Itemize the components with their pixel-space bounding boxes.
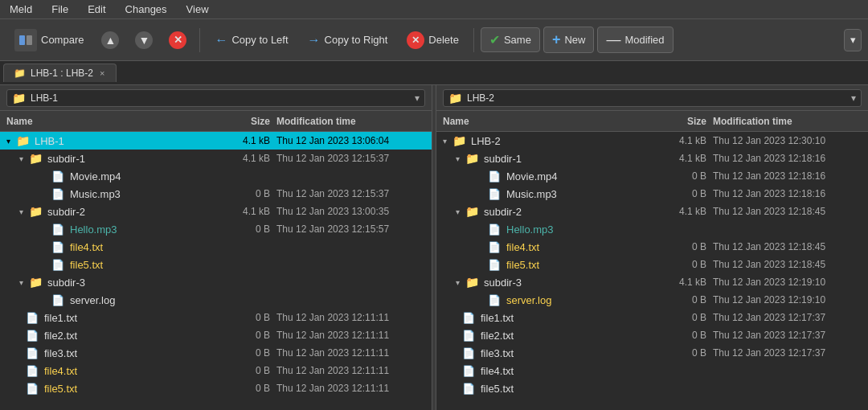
compare-button[interactable]: Compare <box>6 24 92 56</box>
copy-right-button[interactable]: → Copy to Right <box>300 28 396 52</box>
table-row[interactable]: 📄 Music.mp3 0 B Thu 12 Jan 2023 12:15:37 <box>0 185 432 203</box>
copy-left-button[interactable]: ← Copy to Left <box>207 28 296 52</box>
file-icon: 📄 <box>462 347 475 359</box>
row-icon: 📄 <box>26 365 42 377</box>
menu-view[interactable]: View <box>183 2 212 17</box>
table-row[interactable]: 📄 file5.txt 0 B Thu 12 Jan 2023 12:11:11 <box>0 379 432 397</box>
menu-file[interactable]: File <box>48 2 72 17</box>
row-mtime: Thu 12 Jan 2023 12:11:11 <box>276 365 425 376</box>
table-row[interactable]: 📄 file4.txt 0 B Thu 12 Jan 2023 12:11:11 <box>0 362 432 379</box>
table-row[interactable]: ▾ 📁 subdir-3 <box>0 273 432 291</box>
modified-dash-icon: — <box>606 31 620 48</box>
right-path-text: LHB-2 <box>467 92 494 104</box>
table-row[interactable]: 📄 file5.txt <box>436 379 868 397</box>
tab-lhb1-lhb2[interactable]: 📁 LHB-1 : LHB-2 × <box>3 64 117 82</box>
tab-close-button[interactable]: × <box>98 68 106 78</box>
table-row[interactable]: 📄 file5.txt <box>0 256 432 273</box>
table-row[interactable]: ▾ 📁 subdir-2 4.1 kB Thu 12 Jan 2023 12:1… <box>436 203 868 220</box>
row-name: Hello.mp3 <box>506 223 673 236</box>
table-row[interactable]: 📄 file5.txt 0 B Thu 12 Jan 2023 12:18:45 <box>436 256 868 273</box>
row-mtime: Thu 12 Jan 2023 12:15:57 <box>276 223 425 235</box>
table-row[interactable]: ▾ 📁 LHB-1 4.1 kB Thu 12 Jan 2023 13:06:0… <box>0 132 432 150</box>
file-icon: 📄 <box>26 365 39 377</box>
row-mtime: Thu 12 Jan 2023 12:18:16 <box>713 153 862 164</box>
file-icon: 📄 <box>488 294 501 306</box>
scroll-down-button[interactable]: ▼ <box>129 27 159 54</box>
right-path-input[interactable]: 📁 LHB-2 ▾ <box>443 89 862 107</box>
table-row[interactable]: 📄 file3.txt 0 B Thu 12 Jan 2023 12:17:37 <box>436 344 868 362</box>
table-row[interactable]: ▾ 📁 subdir-1 4.1 kB Thu 12 Jan 2023 12:1… <box>436 150 868 167</box>
row-name: subdir-1 <box>47 153 236 165</box>
row-name: Music.mp3 <box>70 188 236 200</box>
file-icon: 📄 <box>488 223 501 236</box>
row-size: 0 B <box>673 294 713 305</box>
row-icon: 📄 <box>462 383 478 395</box>
right-col-size: Size <box>673 116 713 127</box>
table-row[interactable]: 📄 file1.txt 0 B Thu 12 Jan 2023 12:17:37 <box>436 309 868 326</box>
row-mtime: Thu 12 Jan 2023 12:30:10 <box>713 135 862 146</box>
table-row[interactable]: ▾ 📁 subdir-3 4.1 kB Thu 12 Jan 2023 12:1… <box>436 273 868 291</box>
left-path-text: LHB-1 <box>31 92 58 104</box>
row-size: 0 B <box>236 365 276 376</box>
copy-left-icon: ← <box>215 33 227 47</box>
row-icon: 📁 <box>465 205 481 218</box>
expander-icon: ▾ <box>6 137 16 146</box>
table-row[interactable]: 📄 file1.txt 0 B Thu 12 Jan 2023 12:11:11 <box>0 309 432 326</box>
row-size: 0 B <box>236 223 276 235</box>
table-row[interactable]: 📄 file3.txt 0 B Thu 12 Jan 2023 12:11:11 <box>0 344 432 362</box>
table-row[interactable]: 📄 file4.txt 0 B Thu 12 Jan 2023 12:18:45 <box>436 238 868 256</box>
menu-meld[interactable]: Meld <box>6 2 35 17</box>
row-size: 0 B <box>673 170 713 182</box>
file-icon: 📄 <box>462 312 475 324</box>
folder-icon: 📁 <box>29 276 43 289</box>
row-name: file3.txt <box>44 347 236 359</box>
table-row[interactable]: ▾ 📁 subdir-2 4.1 kB Thu 12 Jan 2023 13:0… <box>0 203 432 220</box>
table-row[interactable]: 📄 file2.txt 0 B Thu 12 Jan 2023 12:11:11 <box>0 326 432 344</box>
row-size: 0 B <box>236 312 276 323</box>
table-row[interactable]: ▾ 📁 LHB-2 4.1 kB Thu 12 Jan 2023 12:30:1… <box>436 132 868 150</box>
table-row[interactable]: 📄 server.log 0 B Thu 12 Jan 2023 12:19:1… <box>436 291 868 309</box>
modified-toggle-button[interactable]: — Modified <box>597 27 673 53</box>
row-size: 0 B <box>236 383 276 394</box>
right-file-list[interactable]: ▾ 📁 LHB-2 4.1 kB Thu 12 Jan 2023 12:30:1… <box>436 132 868 410</box>
menu-changes[interactable]: Changes <box>122 2 170 17</box>
row-icon: 📄 <box>462 347 478 359</box>
row-icon: 📁 <box>29 205 45 218</box>
table-row[interactable]: 📄 Hello.mp3 0 B Thu 12 Jan 2023 12:15:57 <box>0 220 432 238</box>
left-pane-header: 📁 LHB-1 ▾ <box>0 85 432 111</box>
folder-icon: 📁 <box>16 134 30 147</box>
left-path-input[interactable]: 📁 LHB-1 ▾ <box>6 89 425 107</box>
table-row[interactable]: 📄 Movie.mp4 <box>0 167 432 185</box>
table-row[interactable]: 📄 server.log <box>0 291 432 309</box>
row-mtime: Thu 12 Jan 2023 12:19:10 <box>713 277 862 288</box>
table-row[interactable]: 📄 Movie.mp4 0 B Thu 12 Jan 2023 12:18:16 <box>436 167 868 185</box>
right-col-headers: Name Size Modification time <box>436 111 868 132</box>
row-icon: 📄 <box>462 365 478 377</box>
scroll-up-button[interactable]: ▲ <box>95 27 125 54</box>
same-toggle-button[interactable]: ✔ Same <box>481 27 540 52</box>
up-arrow-icon: ▲ <box>101 31 119 49</box>
left-path-dropdown-icon[interactable]: ▾ <box>415 92 420 104</box>
right-path-dropdown-icon[interactable]: ▾ <box>851 92 856 104</box>
row-mtime: Thu 12 Jan 2023 12:15:37 <box>276 153 425 164</box>
table-row[interactable]: 📄 Hello.mp3 <box>436 220 868 238</box>
row-icon: 📄 <box>51 188 68 200</box>
stop-button[interactable]: ✕ <box>162 27 193 54</box>
table-row[interactable]: 📄 Music.mp3 0 B Thu 12 Jan 2023 12:18:16 <box>436 185 868 203</box>
left-pane: 📁 LHB-1 ▾ Name Size Modification time ▾ … <box>0 85 432 410</box>
left-file-list[interactable]: ▾ 📁 LHB-1 4.1 kB Thu 12 Jan 2023 13:06:0… <box>0 132 432 410</box>
row-size: 4.1 kB <box>673 153 713 164</box>
table-row[interactable]: 📄 file2.txt 0 B Thu 12 Jan 2023 12:17:37 <box>436 326 868 344</box>
file-icon: 📄 <box>51 188 64 200</box>
row-mtime: Thu 12 Jan 2023 12:11:11 <box>276 312 425 323</box>
new-toggle-button[interactable]: + New <box>543 27 595 53</box>
table-row[interactable]: ▾ 📁 subdir-1 4.1 kB Thu 12 Jan 2023 12:1… <box>0 150 432 167</box>
row-icon: 📄 <box>26 312 42 324</box>
table-row[interactable]: 📄 file4.txt <box>436 362 868 379</box>
toolbar-dropdown-button[interactable]: ▾ <box>844 29 862 51</box>
row-icon: 📁 <box>29 276 45 289</box>
row-size: 4.1 kB <box>236 206 276 217</box>
table-row[interactable]: 📄 file4.txt <box>0 238 432 256</box>
delete-button[interactable]: ✕ Delete <box>399 27 467 54</box>
menu-edit[interactable]: Edit <box>84 2 108 17</box>
